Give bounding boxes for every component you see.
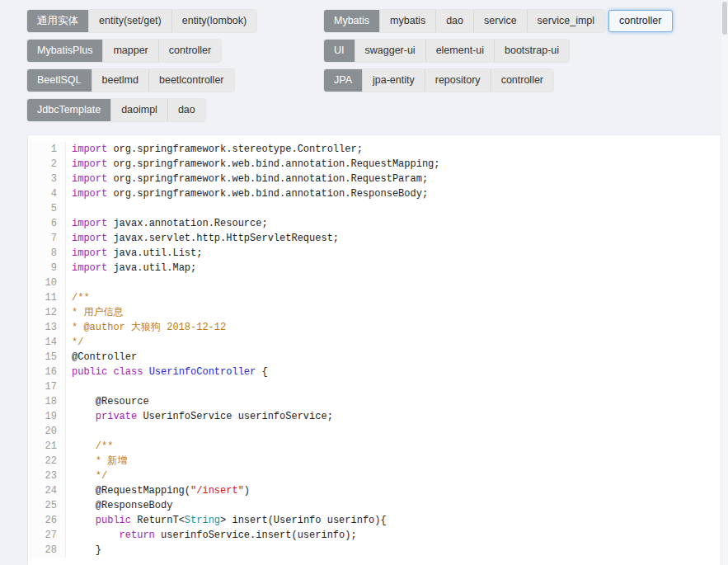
group-label-button[interactable]: Mybatis [324,10,379,32]
option-button[interactable]: entity(lombok) [171,10,257,32]
option-button[interactable]: bootstrap-ui [494,40,569,62]
button-group: JdbcTemplatedaoimpldao [27,99,205,121]
code-line: 8import java.util.List; [28,246,721,261]
toolbar-row: MybatisPlusmappercontroller [27,40,324,62]
button-group: JPAjpa-entityrepositorycontroller [324,69,553,92]
code-line: 27 return userinfoService.insert(userinf… [28,528,721,543]
option-button[interactable]: service [473,10,527,32]
code-text: * 新增 [66,454,127,468]
option-button[interactable]: controller [158,40,221,62]
code-text: import org.springframework.web.bind.anno… [66,172,428,186]
code-line: 21 /** [28,439,721,454]
option-button[interactable]: repository [425,69,491,92]
code-line: 24 @RequestMapping("/insert") [28,483,721,498]
scrollbar-thumb[interactable] [722,2,727,35]
toolbar-row: BeetlSQLbeetlmdbeetlcontroller [27,69,324,92]
group-label-button[interactable]: UI [324,40,355,62]
code-line: 11/** [28,290,721,305]
option-button[interactable]: dao [435,10,473,32]
toolbar-column: 通用实体entity(set/get)entity(lombok)Mybatis… [27,10,324,121]
code-text: @ResponseBody [66,498,172,513]
code-text: import javax.servlet.http.HttpServletReq… [66,231,339,246]
scrollbar-track[interactable] [721,0,728,565]
line-number: 19 [28,409,66,424]
option-button[interactable]: jpa-entity [362,69,425,92]
group-label-button[interactable]: 通用实体 [27,10,88,32]
code-text: /** [66,290,90,305]
option-button[interactable]: beetlmd [92,69,148,92]
line-number: 14 [28,335,66,350]
code-line: 12* 用户信息 [28,305,721,320]
code-text: * 用户信息 [66,305,123,320]
line-number: 9 [28,261,66,275]
group-label-button[interactable]: JPA [324,69,362,92]
code-line: 19 private UserinfoService userinfoServi… [28,409,721,424]
option-button[interactable]: beetlcontroller [148,69,234,92]
code-line: 13* @author 大狼狗 2018-12-12 [28,320,721,335]
code-line: 22 * 新增 [28,454,721,468]
line-number: 24 [28,483,66,498]
line-number: 11 [28,290,66,305]
option-button[interactable]: dao [167,99,205,121]
code-text: import java.util.Map; [66,261,196,275]
option-button[interactable]: daoimpl [110,99,167,121]
toolbar-row: 通用实体entity(set/get)entity(lombok) [27,10,324,32]
line-number: 15 [28,350,66,365]
button-group: UIswagger-uielement-uibootstrap-ui [324,40,569,62]
option-button-active[interactable]: controller [608,10,672,32]
line-number: 7 [28,231,66,246]
code-line: 14*/ [28,335,721,350]
line-number: 3 [28,172,66,186]
code-text: * @author 大狼狗 2018-12-12 [66,320,226,335]
code-line: 4import org.springframework.web.bind.ann… [28,186,721,201]
code-text: import org.springframework.web.bind.anno… [66,157,440,172]
line-number: 13 [28,320,66,335]
code-text: */ [66,335,83,350]
group-label-button[interactable]: MybatisPlus [27,40,102,62]
line-number: 6 [28,216,66,231]
code-line: 23 */ [28,468,721,483]
code-line: 25 @ResponseBody [28,498,721,513]
option-button[interactable]: element-ui [425,40,494,62]
toolbar-row: JdbcTemplatedaoimpldao [27,99,324,121]
line-number: 25 [28,498,66,513]
toolbar-row: Mybatismybatisdaoserviceservice_implcont… [324,10,715,32]
option-button[interactable]: mybatis [379,10,435,32]
code-text [66,201,77,216]
line-number: 26 [28,513,66,528]
line-number: 18 [28,394,66,409]
code-line: 2import org.springframework.web.bind.ann… [28,157,721,172]
code-line: 3import org.springframework.web.bind.ann… [28,172,721,186]
code-line: 15@Controller [28,350,721,365]
code-editor[interactable]: 1import org.springframework.stereotype.C… [27,134,721,565]
toolbar-row: JPAjpa-entityrepositorycontroller [324,69,715,92]
code-text: import org.springframework.stereotype.Co… [66,142,363,157]
code-text [66,424,77,439]
line-number: 23 [28,468,66,483]
line-number: 16 [28,365,66,379]
code-text [66,275,77,290]
line-number: 20 [28,424,66,439]
option-button[interactable]: entity(set/get) [88,10,171,32]
line-number: 21 [28,439,66,454]
code-line: 7import javax.servlet.http.HttpServletRe… [28,231,721,246]
line-number: 2 [28,157,66,172]
code-line: 17 [28,379,721,394]
code-line: 20 [28,424,721,439]
code-line: 6import javax.annotation.Resource; [28,216,721,231]
button-group: Mybatismybatisdaoserviceservice_impl [324,10,604,32]
code-text: import java.util.List; [66,246,202,261]
toolbar-row: UIswagger-uielement-uibootstrap-ui [324,40,715,62]
option-button[interactable]: service_impl [527,10,604,32]
code-line: 26 public ReturnT<String> insert(Userinf… [28,513,721,528]
option-button[interactable]: controller [491,69,553,92]
group-label-button[interactable]: BeetlSQL [27,69,92,92]
option-button[interactable]: swagger-ui [355,40,425,62]
code-text: public class UserinfoController { [66,365,268,379]
line-number: 28 [28,543,66,558]
code-text: @RequestMapping("/insert") [66,483,250,498]
option-button[interactable]: mapper [102,40,157,62]
line-number: 8 [28,246,66,261]
group-label-button[interactable]: JdbcTemplate [27,99,110,121]
line-number: 4 [28,186,66,201]
